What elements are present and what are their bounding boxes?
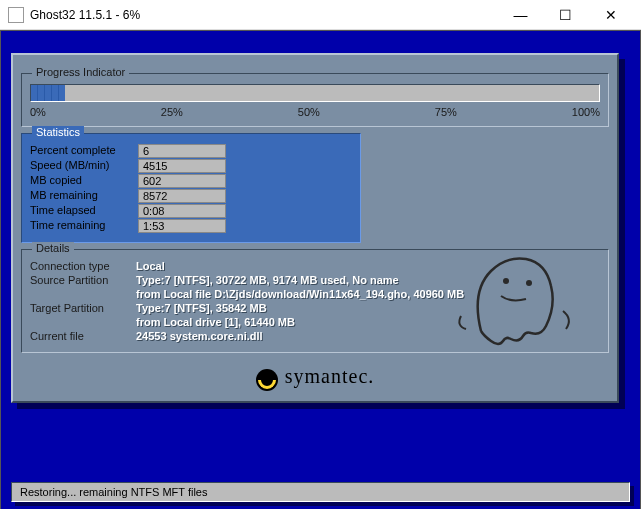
stat-value: 6 [138,144,226,158]
stat-label: MB remaining [30,189,138,203]
details-row-value: from Local drive [1], 61440 MB [136,316,600,328]
tick: 75% [435,106,457,118]
details-row: from Local drive [1], 61440 MB [30,316,600,328]
details-row-label [30,288,136,300]
details-row-label [30,316,136,328]
stat-value: 8572 [138,189,226,203]
stat-row: Speed (MB/min)4515 [30,159,352,173]
tick: 25% [161,106,183,118]
details-label: Details [32,242,74,254]
stat-row: MB copied602 [30,174,352,188]
app-icon [8,7,24,23]
details-row-value: Local [136,260,600,272]
stat-label: MB copied [30,174,138,188]
details-row-label: Target Partition [30,302,136,314]
stat-row: Percent complete6 [30,144,352,158]
details-row: Source PartitionType:7 [NTFS], 30722 MB,… [30,274,600,286]
stat-label: Speed (MB/min) [30,159,138,173]
details-row-label: Connection type [30,260,136,272]
details-row-value: Type:7 [NTFS], 30722 MB, 9174 MB used, N… [136,274,600,286]
progress-panel: Progress Indicator 0% 25% 50% 75% 100% [21,73,609,127]
details-row-value: Type:7 [NTFS], 35842 MB [136,302,600,314]
logo-area: symantec. [21,359,609,393]
details-row-label: Current file [30,330,136,342]
stat-label: Percent complete [30,144,138,158]
stat-label: Time elapsed [30,204,138,218]
details-row: Target PartitionType:7 [NTFS], 35842 MB [30,302,600,314]
progress-ticks: 0% 25% 50% 75% 100% [30,106,600,118]
status-area: Restoring... remaining NTFS MFT files [11,482,630,502]
details-row-value: from Local file D:\Zjds/download/Win11x6… [136,288,600,300]
details-row: from Local file D:\Zjds/download/Win11x6… [30,288,600,300]
details-row-value: 24553 system.core.ni.dll [136,330,600,342]
tick: 50% [298,106,320,118]
stat-value: 602 [138,174,226,188]
titlebar: Ghost32 11.5.1 - 6% — ☐ ✕ [0,0,641,30]
stat-row: Time remaining1:53 [30,219,352,233]
progress-label: Progress Indicator [32,66,129,78]
progress-bar [30,84,600,102]
tick: 100% [572,106,600,118]
stat-row: Time elapsed0:08 [30,204,352,218]
minimize-button[interactable]: — [498,1,543,29]
stat-value: 1:53 [138,219,226,233]
symantec-icon [256,369,278,391]
details-row: Connection typeLocal [30,260,600,272]
statistics-panel: Statistics Percent complete6Speed (MB/mi… [21,133,361,243]
status-text: Restoring... remaining NTFS MFT files [20,486,207,498]
status-bar: Restoring... remaining NTFS MFT files [11,482,630,502]
tick: 0% [30,106,46,118]
stat-value: 0:08 [138,204,226,218]
statistics-label: Statistics [32,126,84,138]
maximize-button[interactable]: ☐ [543,1,588,29]
progress-fill [31,85,65,101]
stat-value: 4515 [138,159,226,173]
app-frame: Symantec Ghost 11.5.1 Copyright (C) 1998… [0,30,641,509]
window-title: Ghost32 11.5.1 - 6% [30,8,498,22]
details-row: Current file24553 system.core.ni.dll [30,330,600,342]
details-row-label: Source Partition [30,274,136,286]
symantec-text: symantec. [285,365,375,387]
stat-label: Time remaining [30,219,138,233]
main-panel: Progress Indicator 0% 25% 50% 75% 100% S… [11,53,619,403]
background-area: Symantec Ghost 11.5.1 Copyright (C) 1998… [1,31,640,509]
stat-row: MB remaining8572 [30,189,352,203]
details-panel: Details Connection typeLocalSource Parti… [21,249,609,353]
close-button[interactable]: ✕ [588,1,633,29]
